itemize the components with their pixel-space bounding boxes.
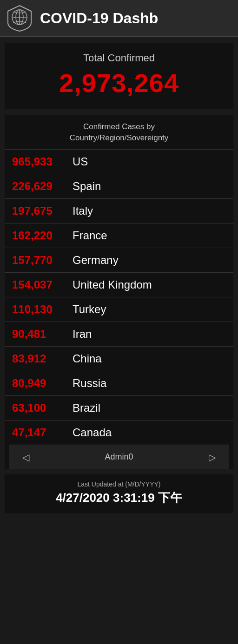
header: COVID-19 Dashb	[0, 0, 238, 37]
total-confirmed-card: Total Confirmed 2,973,264	[5, 43, 233, 109]
country-list: 965,933US226,629Spain197,675Italy162,220…	[5, 150, 233, 445]
last-updated-label: Last Updated at (M/D/YYYY)	[12, 480, 226, 488]
country-name: Russia	[73, 377, 106, 390]
country-row[interactable]: 157,770Germany	[5, 248, 233, 273]
country-name: US	[73, 155, 88, 168]
country-row[interactable]: 110,130Turkey	[5, 297, 233, 322]
country-count: 162,220	[12, 229, 73, 242]
country-name: France	[73, 229, 107, 242]
country-name: Spain	[73, 180, 101, 193]
country-name: Germany	[73, 254, 119, 267]
section-header: Confirmed Cases by Country/Region/Sovere…	[5, 115, 233, 150]
section-header-line1: Confirmed Cases by	[83, 122, 155, 131]
country-row[interactable]: 80,949Russia	[5, 371, 233, 396]
country-row[interactable]: 47,147Canada	[5, 421, 233, 445]
section-header-line2: Country/Region/Sovereignty	[70, 133, 169, 142]
last-updated-footer: Last Updated at (M/D/YYYY) 4/27/2020 3:3…	[5, 474, 233, 513]
country-name: China	[73, 352, 102, 365]
country-name: Brazil	[73, 401, 100, 414]
app-title: COVID-19 Dashb	[40, 10, 158, 27]
country-row[interactable]: 90,481Iran	[5, 322, 233, 347]
country-name: Italy	[73, 204, 93, 217]
country-row[interactable]: 965,933US	[5, 150, 233, 174]
country-count: 63,100	[12, 401, 73, 414]
country-count: 47,147	[12, 426, 73, 439]
country-name: United Kingdom	[73, 278, 152, 291]
country-row[interactable]: 162,220France	[5, 223, 233, 248]
country-row[interactable]: 63,100Brazil	[5, 396, 233, 421]
country-count: 157,770	[12, 254, 73, 267]
total-confirmed-value: 2,973,264	[12, 68, 226, 98]
pagination-label: Admin0	[105, 452, 133, 462]
next-page-button[interactable]: ▷	[205, 450, 219, 465]
country-row[interactable]: 154,037United Kingdom	[5, 273, 233, 297]
country-row[interactable]: 226,629Spain	[5, 174, 233, 199]
country-row[interactable]: 197,675Italy	[5, 199, 233, 223]
country-name: Iran	[73, 328, 92, 341]
country-count: 226,629	[12, 180, 73, 193]
total-confirmed-label: Total Confirmed	[12, 52, 226, 64]
country-name: Canada	[73, 426, 112, 439]
country-count: 83,912	[12, 352, 73, 365]
country-count: 154,037	[12, 278, 73, 291]
app-logo	[6, 4, 33, 32]
country-list-section: Confirmed Cases by Country/Region/Sovere…	[5, 115, 233, 469]
country-count: 197,675	[12, 204, 73, 217]
country-row[interactable]: 83,912China	[5, 347, 233, 371]
country-name: Turkey	[73, 303, 106, 316]
country-count: 80,949	[12, 377, 73, 390]
country-count: 90,481	[12, 328, 73, 341]
country-count: 110,130	[12, 303, 73, 316]
country-count: 965,933	[12, 155, 73, 168]
prev-page-button[interactable]: ◁	[19, 450, 33, 465]
pagination-bar: ◁ Admin0 ▷	[9, 445, 229, 469]
last-updated-timestamp: 4/27/2020 3:31:19 下午	[12, 490, 226, 506]
